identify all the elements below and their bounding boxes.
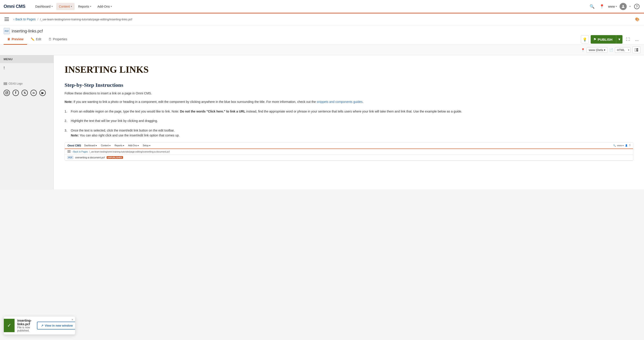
linkedin-icon[interactable]: in <box>30 90 37 96</box>
step-3-bold: Note: <box>71 134 79 137</box>
unpublished-badge: UNPUBLISHED <box>107 156 123 159</box>
screenshot-nav-setup: Setup ▾ <box>142 144 152 147</box>
twitter-icon[interactable]: 𝕏 <box>22 90 28 96</box>
breadcrumb-bar: ‹ Back to Pages / /_uw-team-testing/omni… <box>0 13 644 25</box>
www-preview-select[interactable]: www (Defa ▾ <box>587 47 608 53</box>
publish-flag-icon: ⚑ <box>593 38 596 41</box>
document-copy-icon[interactable]: 📄 <box>609 48 613 52</box>
page-content-area: INSERTING LINKS Step-by-Step Instruction… <box>54 55 644 189</box>
nav-dashboard-label: Dashboard <box>35 5 51 8</box>
location-icon-small: 📍 <box>581 48 585 52</box>
publish-label: PUBLISH <box>598 38 612 41</box>
breadcrumb-path: /_uw-team-testing/omni-training-tutorial… <box>40 18 132 21</box>
screenshot-nav-dashboard: Dashboard ▾ <box>83 144 98 147</box>
publish-dropdown-chevron: ▾ <box>618 37 620 41</box>
screenshot-search-icon: 🔍 <box>613 144 616 147</box>
dashboard-chevron-icon: ▾ <box>52 5 53 7</box>
avatar-chevron-icon: ▾ <box>630 5 630 7</box>
app-logo[interactable]: Omni CMS <box>4 4 25 9</box>
nav-item-reports[interactable]: Reports ▾ <box>76 3 94 10</box>
breadcrumb-separator: / <box>38 17 38 21</box>
exclaim-text: ! <box>4 66 5 70</box>
edit-tab-icon: ✏️ <box>31 37 34 41</box>
search-button[interactable]: 🔍 <box>588 3 596 10</box>
theme-icon[interactable]: 🎨 <box>634 16 640 22</box>
step-1-bold: Do not the words "Click here." to link a… <box>180 110 245 113</box>
inline-screenshot: Omni CMS Dashboard ▾ Content ▾ Reports ▾… <box>64 142 633 161</box>
expand-button[interactable]: ⛶ <box>624 36 632 43</box>
youtube-icon[interactable]: ▶ <box>40 90 46 96</box>
file-type-icon: PCF <box>4 28 10 34</box>
step-number-3: 3. <box>64 128 69 138</box>
list-item: 1. From an editable region on the page, … <box>64 109 633 114</box>
svg-point-0 <box>622 5 624 6</box>
step-3-text: Once the text is selected, click the ins… <box>71 128 180 138</box>
avatar-button[interactable] <box>620 3 627 10</box>
screenshot-back-link: ‹ Back to Pages <box>72 151 88 153</box>
note-bold: Note: <box>64 100 72 104</box>
screenshot-avatar-icon: 👤 <box>625 144 628 147</box>
page-sidebar-preview: MENU ! CEAS Logo f 𝕏 in ▶ <box>0 55 54 189</box>
page-tabs: 🖥 Preview ✏️ Edit 🗒 Properties <box>4 34 71 44</box>
svg-rect-5 <box>636 48 638 50</box>
layout-toggle-button[interactable] <box>632 46 640 53</box>
lightbulb-button[interactable]: 💡 <box>581 35 589 43</box>
instagram-icon[interactable] <box>4 90 10 96</box>
page-intro-text: Follow these directions to insert a link… <box>64 91 633 96</box>
edit-tab-label: Edit <box>36 37 41 41</box>
screenshot-nav-items: Dashboard ▾ Content ▾ Reports ▾ Add-Ons … <box>83 144 152 147</box>
www-chevron-icon: ▾ <box>616 5 617 7</box>
page-note-text: Note: If you are wanting to link a photo… <box>64 99 633 104</box>
logo-text: Omni CMS <box>4 4 25 9</box>
html-format-select[interactable]: HTML XML <box>615 47 630 53</box>
screenshot-path: /_uw-team-testing/omni-training-tutorial… <box>89 151 170 153</box>
nav-reports-label: Reports <box>78 5 89 8</box>
file-header: PCF inserting-links.pcf <box>0 25 644 34</box>
screenshot-www-label: www ▾ <box>617 144 624 147</box>
breadcrumb-right: 🎨 <box>634 16 640 22</box>
publish-dropdown-button[interactable]: ▾ <box>616 35 622 44</box>
logo-alt-text: CEAS Logo <box>8 82 23 85</box>
www-selector[interactable]: www ▾ <box>608 5 617 8</box>
back-to-pages-link[interactable]: ‹ Back to Pages <box>14 17 36 21</box>
more-options-button[interactable]: ... <box>633 36 640 43</box>
preview-toolbar: 📍 www (Defa ▾ 📄 HTML XML ▾ <box>0 45 644 55</box>
nav-content-label: Content <box>59 5 70 8</box>
snippets-link[interactable]: snippets and components guides <box>316 100 362 104</box>
location-icon: 📍 <box>598 3 606 10</box>
facebook-icon[interactable]: f <box>12 90 19 96</box>
nav-item-addons[interactable]: Add-Ons ▾ <box>95 3 114 10</box>
svg-point-8 <box>6 92 8 94</box>
screenshot-nav-content: Content ▾ <box>100 144 112 147</box>
properties-tab-label: Properties <box>53 37 67 41</box>
tab-edit[interactable]: ✏️ Edit <box>27 34 45 45</box>
screenshot-logo: Omni CMS <box>68 144 81 147</box>
tabs-right-controls: 💡 ⚑ PUBLISH ▾ ⛶ ... <box>581 35 640 44</box>
file-name: inserting-links.pcf <box>12 29 43 33</box>
preview-tab-icon: 🖥 <box>7 37 10 41</box>
publish-main[interactable]: ⚑ PUBLISH <box>591 35 616 44</box>
logo-placeholder-image <box>4 82 7 85</box>
tab-properties[interactable]: 🗒 Properties <box>45 34 71 45</box>
screenshot-file-row: PCF overwriting-a-document.pcf UNPUBLISH… <box>65 155 633 161</box>
list-item: 3. Once the text is selected, click the … <box>64 128 633 138</box>
nav-item-content[interactable]: Content ▾ <box>56 3 74 10</box>
format-select-wrapper: HTML XML ▾ <box>615 47 630 53</box>
menu-label: MENU <box>4 57 12 61</box>
sidebar-toggle-button[interactable] <box>4 16 10 22</box>
publish-button[interactable]: ⚑ PUBLISH ▾ <box>591 35 622 44</box>
tab-preview[interactable]: 🖥 Preview <box>4 34 27 45</box>
help-button[interactable]: ? <box>633 3 640 10</box>
step-number-1: 1. <box>64 109 69 114</box>
page-section-title: Step-by-Step Instructions <box>64 82 633 88</box>
www-preview-label: www (Defa <box>589 48 603 52</box>
nav-item-dashboard[interactable]: Dashboard ▾ <box>32 3 55 10</box>
nav-right: 🔍 📍 www ▾ ▾ ? <box>588 3 640 10</box>
svg-rect-10 <box>68 150 70 151</box>
screenshot-nav: Omni CMS Dashboard ▾ Content ▾ Reports ▾… <box>65 143 633 149</box>
screenshot-nav-right: 🔍 www ▾ 👤 ? <box>613 144 630 147</box>
file-icon-label: PCF <box>5 30 9 32</box>
www-preview-chevron: ▾ <box>604 48 606 52</box>
screenshot-breadcrumb: ‹ Back to Pages /_uw-team-testing/omni-t… <box>65 149 633 155</box>
svg-rect-4 <box>634 48 636 51</box>
